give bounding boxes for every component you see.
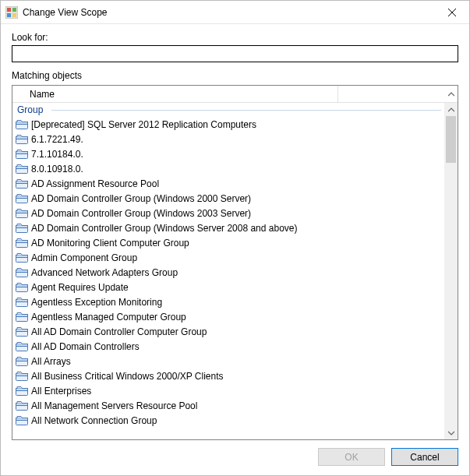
matching-objects-list[interactable]: Name Group [Deprecated] SQL Server 2012 … xyxy=(12,85,458,440)
svg-rect-18 xyxy=(16,196,28,198)
list-item-label: 7.1.10184.0. xyxy=(31,149,83,160)
svg-rect-2 xyxy=(12,8,16,12)
list-item-label: All AD Domain Controllers xyxy=(31,341,140,352)
svg-rect-22 xyxy=(16,225,28,227)
look-for-label: Look for: xyxy=(12,32,458,43)
svg-rect-1 xyxy=(7,8,11,12)
scroll-up-icon[interactable] xyxy=(444,103,458,116)
list-item[interactable]: [Deprecated] SQL Server 2012 Replication… xyxy=(12,117,444,132)
list-item-label: AD Assignment Resource Pool xyxy=(31,178,159,189)
svg-rect-32 xyxy=(16,299,28,301)
group-icon xyxy=(16,149,28,160)
matching-objects-label: Matching objects xyxy=(12,70,458,81)
group-icon xyxy=(16,356,28,367)
group-icon xyxy=(16,297,28,308)
list-item[interactable]: All AD Domain Controllers xyxy=(12,339,444,354)
list-item-label: Agentless Exception Monitoring xyxy=(31,297,162,308)
column-header-name[interactable]: Name xyxy=(27,86,338,102)
list-header: Name xyxy=(12,86,458,103)
list-item-label: Agent Requires Update xyxy=(31,282,129,293)
list-item[interactable]: All AD Domain Controller Computer Group xyxy=(12,324,444,339)
scroll-down-icon[interactable] xyxy=(444,426,458,439)
group-icon xyxy=(16,134,28,145)
group-icon xyxy=(16,208,28,219)
list-item-label: All Business Critical Windows 2000/XP Cl… xyxy=(31,371,224,382)
list-item[interactable]: Agentless Exception Monitoring xyxy=(12,294,444,309)
group-icon xyxy=(16,386,28,397)
svg-rect-34 xyxy=(16,314,28,316)
app-icon xyxy=(5,6,18,19)
group-icon xyxy=(16,341,28,352)
group-icon xyxy=(16,238,28,249)
group-icon xyxy=(16,178,28,189)
list-item[interactable]: All Enterprises xyxy=(12,383,444,398)
svg-rect-10 xyxy=(16,136,28,139)
list-item-label: Agentless Managed Computer Group xyxy=(31,312,186,323)
list-item[interactable]: 6.1.7221.49. xyxy=(12,132,444,146)
close-button[interactable] xyxy=(434,1,469,24)
group-icon xyxy=(16,326,28,337)
svg-rect-3 xyxy=(7,13,11,17)
group-icon xyxy=(16,312,28,323)
list-item[interactable]: AD Monitoring Client Computer Group xyxy=(12,235,444,250)
scrollbar-track[interactable] xyxy=(444,116,458,426)
group-icon xyxy=(16,252,28,263)
svg-rect-36 xyxy=(16,329,28,331)
list-item[interactable]: AD Domain Controller Group (Windows 2003… xyxy=(12,206,444,220)
svg-rect-8 xyxy=(16,122,28,124)
svg-rect-46 xyxy=(16,403,28,405)
close-icon xyxy=(448,9,456,16)
list-item[interactable]: All Network Connection Group xyxy=(12,413,444,428)
list-item-label: All Enterprises xyxy=(31,386,91,397)
list-item-label: All Network Connection Group xyxy=(31,415,157,426)
group-icon xyxy=(16,193,28,204)
dialog-button-row: OK Cancel xyxy=(1,440,469,475)
list-item[interactable]: 7.1.10184.0. xyxy=(12,146,444,161)
svg-rect-16 xyxy=(16,181,28,183)
group-icon xyxy=(16,223,28,234)
list-item-label: All Arrays xyxy=(31,356,71,367)
svg-rect-40 xyxy=(16,358,28,361)
list-item[interactable]: Agent Requires Update xyxy=(12,280,444,294)
list-item[interactable]: Admin Component Group xyxy=(12,250,444,265)
list-item[interactable]: 8.0.10918.0. xyxy=(12,161,444,176)
list-item[interactable]: AD Domain Controller Group (Windows 2000… xyxy=(12,191,444,206)
list-item-label: AD Domain Controller Group (Windows 2003… xyxy=(31,208,251,219)
group-header: Group xyxy=(12,103,444,117)
svg-rect-38 xyxy=(16,344,28,346)
list-item-label: All AD Domain Controller Computer Group xyxy=(31,326,207,337)
svg-rect-14 xyxy=(16,166,28,168)
group-icon xyxy=(16,371,28,382)
cancel-button[interactable]: Cancel xyxy=(391,448,458,466)
svg-rect-20 xyxy=(16,210,28,213)
svg-rect-26 xyxy=(16,255,28,257)
list-item-label: All Management Servers Resource Pool xyxy=(31,400,197,411)
search-input[interactable] xyxy=(12,45,458,62)
ok-button[interactable]: OK xyxy=(318,448,385,466)
list-item[interactable]: Advanced Network Adapters Group xyxy=(12,265,444,280)
list-item[interactable]: All Business Critical Windows 2000/XP Cl… xyxy=(12,368,444,383)
svg-rect-28 xyxy=(16,270,28,272)
list-item[interactable]: AD Assignment Resource Pool xyxy=(12,176,444,191)
list-item[interactable]: Agentless Managed Computer Group xyxy=(12,309,444,324)
group-icon xyxy=(16,415,28,426)
group-icon xyxy=(16,164,28,175)
vertical-scrollbar[interactable] xyxy=(444,103,458,439)
chevron-up-icon[interactable] xyxy=(444,86,458,103)
list-item-label: 6.1.7221.49. xyxy=(31,134,83,145)
list-item-label: Admin Component Group xyxy=(31,252,137,263)
list-item-label: 8.0.10918.0. xyxy=(31,164,83,175)
group-icon xyxy=(16,282,28,293)
list-item[interactable]: All Management Servers Resource Pool xyxy=(12,398,444,413)
titlebar: Change View Scope xyxy=(1,1,469,24)
svg-rect-42 xyxy=(16,373,28,376)
svg-rect-4 xyxy=(12,13,16,17)
scrollbar-thumb[interactable] xyxy=(446,116,456,163)
list-item[interactable]: All Arrays xyxy=(12,354,444,368)
window-title: Change View Scope xyxy=(23,7,434,18)
list-item-label: AD Domain Controller Group (Windows 2000… xyxy=(31,193,251,204)
list-item-label: [Deprecated] SQL Server 2012 Replication… xyxy=(31,119,256,130)
svg-rect-24 xyxy=(16,240,28,242)
list-item[interactable]: AD Domain Controller Group (Windows Serv… xyxy=(12,220,444,235)
svg-rect-30 xyxy=(16,284,28,287)
